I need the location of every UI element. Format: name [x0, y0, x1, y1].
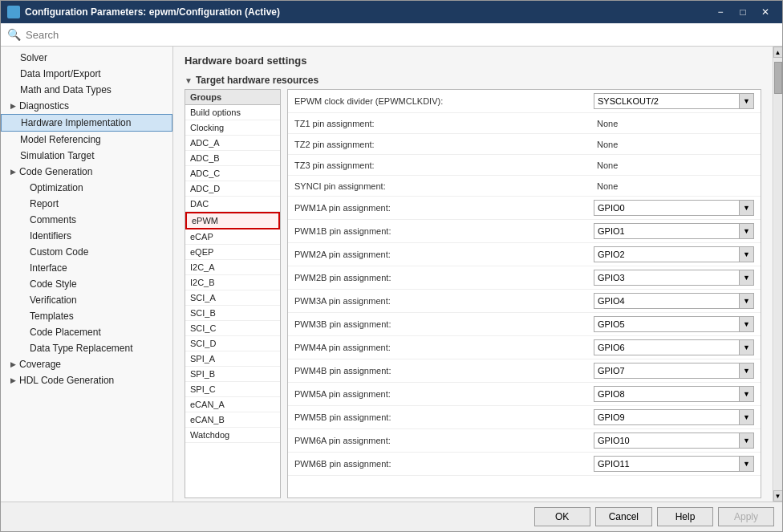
scroll-up-arrow[interactable]: ▲ — [773, 47, 783, 58]
setting-select-arrow-0[interactable]: ▼ — [739, 94, 753, 108]
setting-select-10[interactable]: GPIO5▼ — [594, 316, 754, 332]
setting-select-14[interactable]: GPIO9▼ — [594, 409, 754, 425]
setting-select-13[interactable]: GPIO8▼ — [594, 386, 754, 402]
sidebar-item-optimization[interactable]: Optimization — [1, 180, 172, 196]
group-item-i2c-b[interactable]: I2C_B — [185, 275, 280, 290]
collapse-icon[interactable]: ▼ — [185, 76, 193, 85]
group-item-sci-d[interactable]: SCI_D — [185, 336, 280, 351]
group-item-spi-b[interactable]: SPI_B — [185, 367, 280, 382]
sidebar-label-hdl-code-generation: HDL Code Generation — [19, 375, 114, 386]
apply-button[interactable]: Apply — [718, 507, 774, 526]
sidebar-item-data-import-export[interactable]: Data Import/Export — [1, 66, 172, 82]
sidebar-item-hardware-implementation[interactable]: Hardware Implementation — [1, 114, 172, 132]
setting-select-7[interactable]: GPIO2▼ — [594, 246, 754, 262]
setting-label-5: PWM1A pin assignment: — [294, 203, 594, 213]
right-panel: Hardware board settings ▼ Target hardwar… — [173, 47, 773, 502]
setting-select-arrow-6[interactable]: ▼ — [739, 224, 753, 238]
group-item-sci-a[interactable]: SCI_A — [185, 290, 280, 306]
setting-select-text-8: GPIO3 — [594, 272, 739, 283]
sidebar-item-code-generation[interactable]: ▶Code Generation — [1, 164, 172, 180]
setting-label-12: PWM4B pin assignment: — [294, 366, 594, 376]
setting-select-arrow-12[interactable]: ▼ — [739, 363, 753, 378]
setting-select-15[interactable]: GPIO10▼ — [594, 433, 754, 449]
setting-select-9[interactable]: GPIO4▼ — [594, 293, 754, 309]
setting-select-6[interactable]: GPIO1▼ — [594, 223, 754, 239]
main-window: Configuration Parameters: epwm/Configura… — [0, 0, 783, 532]
setting-select-0[interactable]: SYSCLKOUT/2▼ — [594, 93, 754, 109]
sidebar-item-diagnostics[interactable]: ▶Diagnostics — [1, 98, 172, 114]
setting-select-16[interactable]: GPIO11▼ — [594, 456, 754, 472]
ok-button[interactable]: OK — [534, 507, 590, 526]
group-item-clocking[interactable]: Clocking — [185, 120, 280, 136]
setting-select-11[interactable]: GPIO6▼ — [594, 339, 754, 355]
setting-select-text-0: SYSCLKOUT/2 — [594, 95, 739, 107]
setting-label-1: TZ1 pin assignment: — [294, 119, 594, 128]
help-button[interactable]: Help — [657, 507, 713, 526]
sidebar-item-code-style[interactable]: Code Style — [1, 276, 172, 292]
scroll-thumb[interactable] — [774, 62, 782, 94]
setting-select-arrow-15[interactable]: ▼ — [739, 433, 753, 448]
setting-label-9: PWM3A pin assignment: — [294, 296, 594, 306]
group-item-adc-b[interactable]: ADC_B — [185, 151, 280, 166]
sidebar-item-math-data-types[interactable]: Math and Data Types — [1, 82, 172, 98]
setting-label-8: PWM2B pin assignment: — [294, 273, 594, 282]
sidebar-item-report[interactable]: Report — [1, 196, 172, 212]
search-input[interactable] — [26, 29, 776, 41]
sidebar-item-model-referencing[interactable]: Model Referencing — [1, 132, 172, 148]
maximize-button[interactable]: □ — [732, 4, 753, 20]
setting-select-arrow-10[interactable]: ▼ — [739, 317, 753, 331]
sidebar-item-templates[interactable]: Templates — [1, 308, 172, 324]
hw-layout: Groups Build optionsClockingADC_AADC_BAD… — [173, 89, 773, 502]
setting-select-text-13: GPIO8 — [594, 388, 739, 400]
setting-select-arrow-11[interactable]: ▼ — [739, 340, 753, 355]
setting-select-arrow-16[interactable]: ▼ — [739, 457, 753, 471]
group-item-sci-c[interactable]: SCI_C — [185, 321, 280, 336]
setting-select-12[interactable]: GPIO7▼ — [594, 363, 754, 379]
setting-select-arrow-14[interactable]: ▼ — [739, 410, 753, 424]
group-item-sci-b[interactable]: SCI_B — [185, 306, 280, 321]
sidebar-item-data-type-replacement[interactable]: Data Type Replacement — [1, 340, 172, 356]
group-item-i2c-a[interactable]: I2C_A — [185, 260, 280, 275]
group-item-spi-c[interactable]: SPI_C — [185, 382, 280, 397]
cancel-button[interactable]: Cancel — [595, 507, 652, 526]
minimize-button[interactable]: − — [710, 4, 731, 20]
sidebar-item-custom-code[interactable]: Custom Code — [1, 244, 172, 260]
group-item-spi-a[interactable]: SPI_A — [185, 351, 280, 367]
sidebar-item-comments[interactable]: Comments — [1, 212, 172, 228]
title-bar: Configuration Parameters: epwm/Configura… — [1, 1, 782, 23]
setting-select-arrow-7[interactable]: ▼ — [739, 247, 753, 262]
setting-select-arrow-13[interactable]: ▼ — [739, 387, 753, 401]
group-item-ecan-b[interactable]: eCAN_B — [185, 412, 280, 428]
setting-row-0: EPWM clock divider (EPWMCLKDIV):SYSCLKOU… — [288, 90, 761, 113]
expand-icon-code-generation: ▶ — [10, 168, 16, 176]
group-item-watchdog[interactable]: Watchdog — [185, 428, 280, 443]
setting-select-arrow-9[interactable]: ▼ — [739, 294, 753, 308]
setting-select-5[interactable]: GPIO0▼ — [594, 200, 754, 216]
group-item-build-options[interactable]: Build options — [185, 105, 280, 120]
group-item-adc-a[interactable]: ADC_A — [185, 136, 280, 151]
sidebar-item-simulation-target[interactable]: Simulation Target — [1, 148, 172, 164]
sidebar-item-interface[interactable]: Interface — [1, 260, 172, 276]
group-item-ecan-a[interactable]: eCAN_A — [185, 397, 280, 412]
group-item-adc-c[interactable]: ADC_C — [185, 166, 280, 181]
setting-row-16: PWM6B pin assignment:GPIO11▼ — [288, 453, 761, 476]
setting-select-arrow-5[interactable]: ▼ — [739, 201, 753, 215]
setting-select-8[interactable]: GPIO3▼ — [594, 270, 754, 286]
sidebar-item-verification[interactable]: Verification — [1, 292, 172, 308]
sidebar-item-identifiers[interactable]: Identifiers — [1, 228, 172, 244]
group-item-adc-d[interactable]: ADC_D — [185, 181, 280, 197]
sidebar-item-coverage[interactable]: ▶Coverage — [1, 356, 172, 372]
scroll-down-arrow[interactable]: ▼ — [773, 490, 783, 502]
sidebar-item-solver[interactable]: Solver — [1, 50, 172, 66]
group-item-ecap[interactable]: eCAP — [185, 229, 280, 245]
group-item-dac[interactable]: DAC — [185, 197, 280, 212]
group-item-eqep[interactable]: eQEP — [185, 245, 280, 260]
setting-select-text-14: GPIO9 — [594, 412, 739, 423]
close-button[interactable]: ✕ — [755, 4, 776, 20]
sidebar-item-code-placement[interactable]: Code Placement — [1, 324, 172, 340]
setting-select-arrow-8[interactable]: ▼ — [739, 270, 753, 285]
sidebar-label-diagnostics: Diagnostics — [19, 100, 69, 112]
sidebar-item-hdl-code-generation[interactable]: ▶HDL Code Generation — [1, 372, 172, 388]
group-item-epwm[interactable]: ePWM — [185, 212, 280, 229]
app-icon — [7, 6, 20, 18]
